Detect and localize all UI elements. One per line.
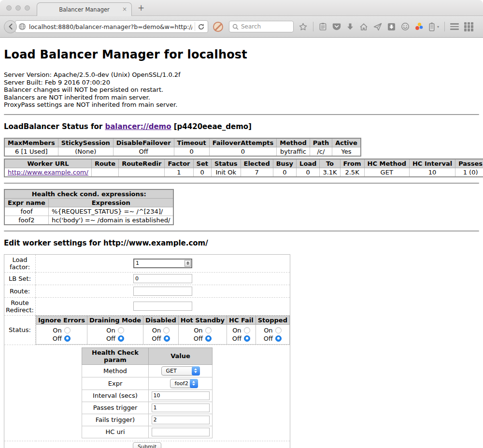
cell-route bbox=[91, 168, 118, 177]
interval-label: Interval (secs) bbox=[82, 390, 149, 402]
divider bbox=[444, 22, 445, 31]
expr-select[interactable]: foof2 bbox=[170, 379, 198, 388]
search-input[interactable]: Search bbox=[229, 21, 294, 32]
page-title: Load Balancer Manager for localhost bbox=[4, 48, 479, 61]
submit-button[interactable]: Submit bbox=[133, 442, 161, 448]
close-window-button[interactable] bbox=[6, 5, 12, 11]
form-row-health-check: Health Check param Value Method GET Expr bbox=[4, 345, 290, 441]
bookmark-star-icon[interactable] bbox=[298, 22, 308, 31]
method-select[interactable]: GET bbox=[161, 366, 200, 376]
expr-table-title: Health check cond. expressions: bbox=[4, 189, 173, 199]
block-icon[interactable] bbox=[213, 22, 223, 32]
inherit-notice-line: Balancers are NOT inherited from main se… bbox=[4, 94, 479, 101]
route-redirect-input[interactable] bbox=[133, 302, 192, 311]
hc-uri-input[interactable] bbox=[152, 428, 210, 436]
draining-mode-off-radio[interactable] bbox=[118, 335, 124, 342]
back-button[interactable] bbox=[4, 20, 17, 33]
table-title-row: Health check cond. expressions: bbox=[4, 189, 173, 199]
col-load: Load bbox=[297, 159, 320, 168]
balancer-params-table: MaxMembers StickySession DisableFailover… bbox=[4, 138, 361, 157]
worker-status-table: Worker URL Route RouteRedir Factor Set S… bbox=[4, 159, 483, 177]
new-tab-button[interactable]: + bbox=[138, 3, 144, 13]
url-text: localhost:8880/balancer-manager?b=demo&w… bbox=[29, 23, 192, 30]
lb-set-input[interactable] bbox=[133, 274, 192, 283]
lb-set-label: LB Set: bbox=[4, 272, 36, 285]
passes-input[interactable] bbox=[152, 404, 210, 412]
stopped-off-radio[interactable] bbox=[275, 335, 282, 342]
proxypass-notice-line: ProxyPass settings are NOT inherited fro… bbox=[4, 101, 479, 109]
cell-factor: 1 bbox=[165, 168, 193, 177]
stopped-on-radio[interactable] bbox=[275, 327, 282, 333]
interval-input[interactable] bbox=[152, 391, 210, 400]
on-label: On bbox=[106, 327, 115, 334]
hc-header-row: Health Check param Value bbox=[82, 347, 213, 364]
hot-standby-on-radio[interactable] bbox=[205, 327, 212, 333]
draining-mode-cell: On Off bbox=[87, 324, 143, 344]
cell-passes: 1 (0) bbox=[455, 168, 483, 177]
cell-maxmembers: 6 [1 Used] bbox=[4, 147, 58, 156]
spinner-icon[interactable] bbox=[185, 260, 191, 267]
fails-label: Fails trigger) bbox=[82, 414, 149, 426]
col-hc-param: Health Check param bbox=[82, 347, 149, 364]
tiles-icon[interactable] bbox=[464, 22, 473, 31]
disabled-off-radio[interactable] bbox=[164, 335, 170, 342]
load-factor-input[interactable]: 1 bbox=[133, 259, 192, 268]
menu-icon[interactable] bbox=[450, 23, 459, 30]
table-row: 6 [1 Used] (None) Off 0 0 bytraffic /c/ … bbox=[4, 147, 361, 156]
col-busy: Busy bbox=[273, 159, 296, 168]
home-icon[interactable] bbox=[359, 23, 368, 31]
pocket-icon[interactable] bbox=[332, 23, 341, 31]
on-label: On bbox=[152, 327, 161, 334]
load-factor-value: 1 bbox=[134, 260, 185, 266]
ignore-errors-off-radio[interactable] bbox=[64, 335, 71, 342]
fails-input[interactable] bbox=[152, 416, 210, 424]
tab-close-icon[interactable]: × bbox=[122, 6, 127, 12]
status-radio-row: On Off On Off On Off bbox=[36, 324, 290, 344]
server-version-line: Server Version: Apache/2.5.0-dev (Unix) … bbox=[4, 71, 479, 79]
route-input[interactable] bbox=[133, 287, 192, 296]
reload-icon[interactable] bbox=[198, 23, 205, 30]
send-tab-icon[interactable] bbox=[373, 23, 382, 31]
worker-row: http://www.example.com/ 1 0 Init Ok 7 0 … bbox=[4, 168, 483, 177]
on-label: On bbox=[264, 327, 272, 334]
route-label: Route: bbox=[4, 285, 36, 297]
hc-uri-label: HC uri bbox=[82, 426, 149, 438]
clipboard-icon[interactable] bbox=[319, 22, 327, 31]
col-hc-method: HC Method bbox=[364, 159, 409, 168]
cell-failoverattempts: 0 bbox=[209, 147, 277, 156]
balancer-demo-link[interactable]: balancer://demo bbox=[105, 122, 171, 131]
ignore-errors-on-radio[interactable] bbox=[64, 327, 71, 333]
page-content: Load Balancer Manager for localhost Serv… bbox=[0, 48, 483, 448]
on-label: On bbox=[53, 327, 61, 334]
status-label: Status: bbox=[4, 315, 36, 345]
worker-url-link[interactable]: http://www.example.com/ bbox=[8, 169, 88, 176]
cell-stickysession: (None) bbox=[58, 147, 113, 156]
hot-standby-off-radio[interactable] bbox=[205, 335, 212, 342]
on-label: On bbox=[232, 327, 241, 334]
minimize-window-button[interactable] bbox=[15, 5, 21, 11]
tab-balancer-manager[interactable]: Balancer Manager × bbox=[37, 2, 132, 16]
hc-fail-off-radio[interactable] bbox=[244, 335, 250, 342]
form-row-lb-set: LB Set: bbox=[4, 272, 290, 285]
cell-active: Yes bbox=[332, 147, 361, 156]
form-row-load-factor: Load factor: 1 bbox=[4, 254, 290, 272]
cell-expr-name: foof2 bbox=[4, 216, 48, 225]
form-row-status: Status: Ignore Errors Draining Mode Disa… bbox=[4, 315, 290, 345]
url-bar[interactable]: localhost:8880/balancer-manager?b=demo&w… bbox=[15, 20, 208, 33]
route-redirect-cell bbox=[36, 297, 290, 315]
battery-icon[interactable] bbox=[429, 22, 435, 31]
cell-set: 0 bbox=[193, 168, 211, 177]
hc-row-hc-uri: HC uri bbox=[82, 426, 213, 438]
fails-cell bbox=[149, 414, 213, 426]
divider bbox=[313, 22, 313, 31]
dropdown-caret-icon[interactable]: ▾ bbox=[437, 25, 439, 29]
smiley-icon[interactable] bbox=[401, 22, 410, 31]
lb-set-cell bbox=[36, 272, 290, 285]
colored-dots-icon[interactable] bbox=[415, 22, 424, 31]
draining-mode-on-radio[interactable] bbox=[118, 327, 124, 333]
hc-fail-on-radio[interactable] bbox=[244, 327, 250, 333]
downloads-icon[interactable] bbox=[346, 23, 354, 31]
zoom-window-button[interactable] bbox=[25, 5, 30, 11]
disabled-on-radio[interactable] bbox=[163, 327, 170, 333]
extension-download-icon[interactable] bbox=[387, 23, 396, 31]
